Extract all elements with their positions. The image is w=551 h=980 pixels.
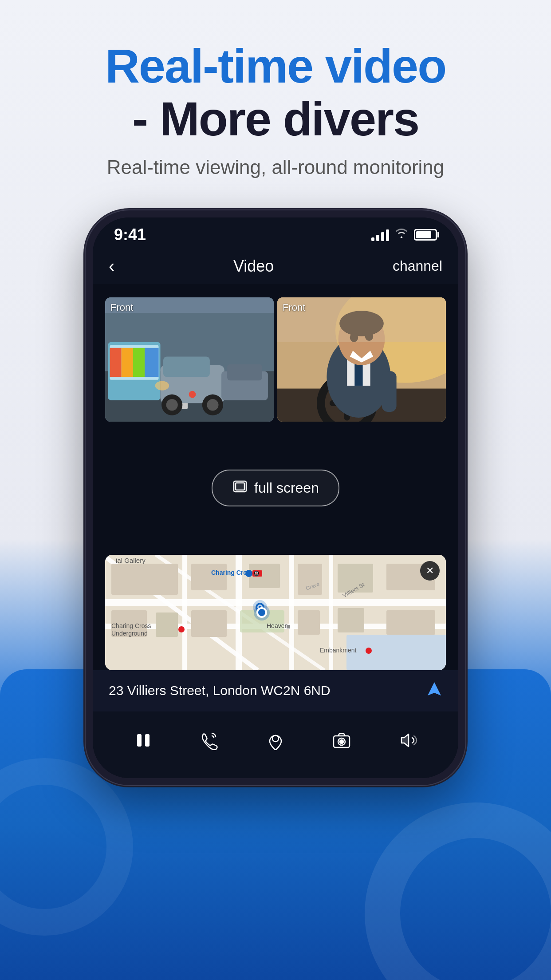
- call-button[interactable]: [200, 731, 219, 750]
- svg-rect-40: [346, 635, 446, 670]
- svg-point-64: [245, 570, 252, 577]
- video-spacer-top: [93, 284, 458, 297]
- svg-text:🚇: 🚇: [253, 570, 260, 577]
- status-icons: [371, 228, 437, 242]
- address-bar: 23 Villiers Street, London WC2N 6ND: [93, 670, 458, 711]
- pause-button[interactable]: [134, 731, 153, 750]
- phone-outer: 9:41: [85, 209, 466, 786]
- svg-rect-71: [287, 625, 290, 628]
- nav-bar: ‹ Video channel: [93, 249, 458, 284]
- map-marker: [256, 607, 267, 618]
- svg-point-85: [340, 740, 343, 743]
- status-time: 9:41: [114, 225, 146, 244]
- svg-rect-58: [298, 610, 320, 635]
- svg-rect-49: [111, 564, 178, 595]
- svg-text:Heaven: Heaven: [267, 622, 288, 629]
- svg-text:Embankment: Embankment: [320, 647, 357, 654]
- title-line2: - More divers: [105, 93, 446, 146]
- header-section: Real-time video - More divers Real-time …: [105, 0, 446, 178]
- svg-rect-59: [338, 608, 364, 632]
- video-label-right: Front: [283, 302, 305, 313]
- fullscreen-button[interactable]: full screen: [212, 470, 339, 506]
- svg-rect-50: [191, 564, 227, 590]
- phone-mockup: 9:41: [85, 209, 466, 786]
- svg-rect-57: [191, 610, 227, 637]
- fullscreen-icon: [232, 478, 248, 498]
- channel-label[interactable]: channel: [393, 258, 442, 274]
- svg-rect-60: [386, 610, 435, 635]
- svg-point-69: [178, 626, 185, 632]
- svg-rect-38: [236, 483, 244, 490]
- svg-rect-35: [382, 371, 397, 412]
- video-label-left: Front: [110, 302, 133, 313]
- svg-point-17: [189, 391, 196, 398]
- svg-point-14: [166, 399, 178, 411]
- back-button[interactable]: ‹: [109, 256, 114, 276]
- video-grid: Front: [105, 297, 446, 422]
- signal-bars-icon: [371, 229, 389, 241]
- svg-rect-41: [105, 599, 446, 606]
- video-thumb-left[interactable]: Front: [105, 297, 274, 422]
- svg-rect-19: [227, 364, 262, 380]
- bottom-controls: [93, 711, 458, 778]
- svg-rect-9: [133, 348, 145, 377]
- nav-title: Video: [233, 257, 274, 276]
- title-line1: Real-time video: [105, 40, 446, 93]
- fullscreen-area: full screen: [93, 422, 458, 555]
- map-close-button[interactable]: ✕: [420, 561, 440, 581]
- map-container: ✕: [93, 555, 458, 670]
- location-button[interactable]: [266, 731, 285, 750]
- svg-point-16: [207, 399, 218, 411]
- svg-rect-8: [122, 348, 133, 377]
- subtitle: Real-time viewing, all-round monitoring: [105, 156, 446, 178]
- svg-text:Charing Cross: Charing Cross: [111, 622, 151, 629]
- svg-point-20: [155, 381, 169, 390]
- address-text: 23 Villiers Street, London WC2N 6ND: [109, 683, 417, 698]
- camera-button[interactable]: [332, 731, 351, 750]
- traffic-scene-svg: [105, 297, 274, 422]
- svg-rect-7: [110, 348, 121, 377]
- svg-text:Underground: Underground: [111, 630, 148, 637]
- video-area: Front: [93, 297, 458, 422]
- phone-screen: 9:41: [93, 217, 458, 778]
- svg-rect-81: [145, 734, 150, 747]
- svg-text:Charing Cro: Charing Cro: [211, 569, 247, 576]
- navigation-icon[interactable]: [426, 681, 442, 701]
- svg-text:ial Gallery: ial Gallery: [116, 557, 146, 564]
- wifi-icon: [394, 228, 409, 242]
- interior-scene-svg: [277, 297, 446, 422]
- svg-rect-12: [163, 356, 210, 377]
- svg-rect-10: [145, 348, 158, 377]
- map-view[interactable]: ✕: [105, 555, 446, 670]
- video-thumb-right[interactable]: Front: [277, 297, 446, 422]
- fullscreen-label: full screen: [254, 480, 319, 496]
- svg-point-73: [366, 648, 372, 654]
- status-bar: 9:41: [93, 217, 458, 249]
- battery-icon: [414, 229, 437, 241]
- svg-rect-44: [289, 555, 294, 670]
- svg-rect-56: [156, 612, 178, 637]
- map-svg: ial Gallery Charing Cro 🚇 Charing Cross …: [105, 555, 446, 670]
- volume-button[interactable]: [398, 731, 417, 750]
- svg-rect-80: [137, 734, 142, 747]
